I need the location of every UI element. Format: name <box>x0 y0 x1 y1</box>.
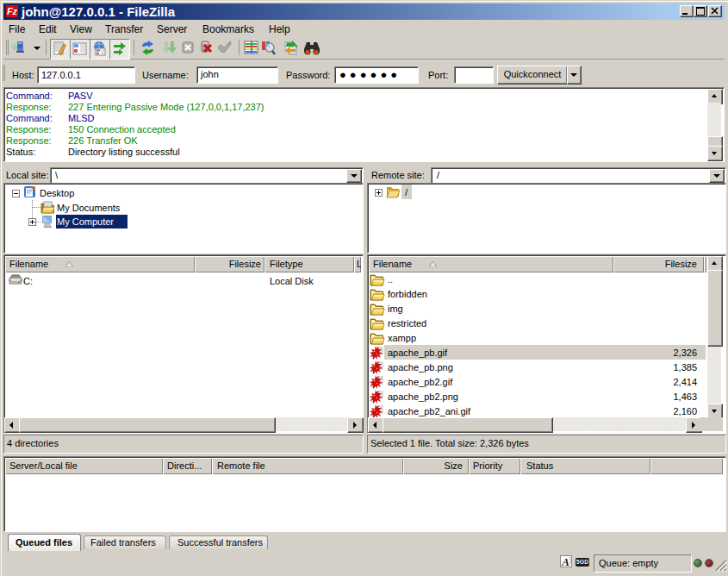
svg-text:Fz: Fz <box>7 6 18 16</box>
svg-text:A: A <box>561 555 569 568</box>
